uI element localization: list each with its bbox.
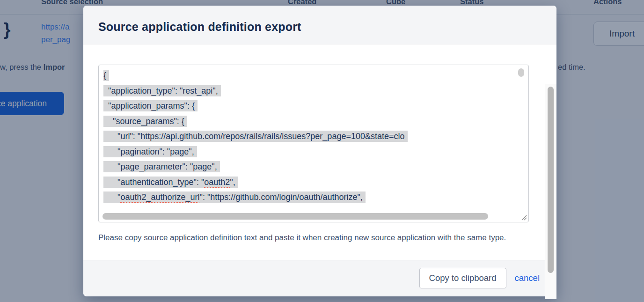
misspelled-word: oauth2 [204,177,230,187]
textarea-horizontal-scrollbar-thumb[interactable] [102,213,488,220]
dialog-scrollbar-track[interactable] [545,84,556,299]
copy-hint-text: Please copy source application definitio… [98,231,536,244]
resize-grip-icon[interactable] [519,213,527,221]
dialog-body: { "application_type": "rest_api", "appli… [83,44,556,260]
copy-to-clipboard-button[interactable]: Copy to clipboard [419,268,506,288]
definition-textarea[interactable]: { "application_type": "rest_api", "appli… [98,65,529,222]
definition-code: { "application_type": "rest_api", "appli… [99,65,528,205]
cancel-link[interactable]: cancel [515,273,540,283]
misspelled-word: oauth2_authorize_url [120,192,199,202]
dialog-footer: Copy to clipboard cancel [83,260,556,296]
dialog-header: Source application definition export [83,6,556,44]
dialog-title: Source application definition export [98,20,301,34]
textarea-vertical-scrollbar-thumb[interactable] [518,68,524,77]
dialog-scrollbar-thumb[interactable] [548,87,554,273]
source-definition-export-dialog: Source application definition export { "… [83,6,556,296]
